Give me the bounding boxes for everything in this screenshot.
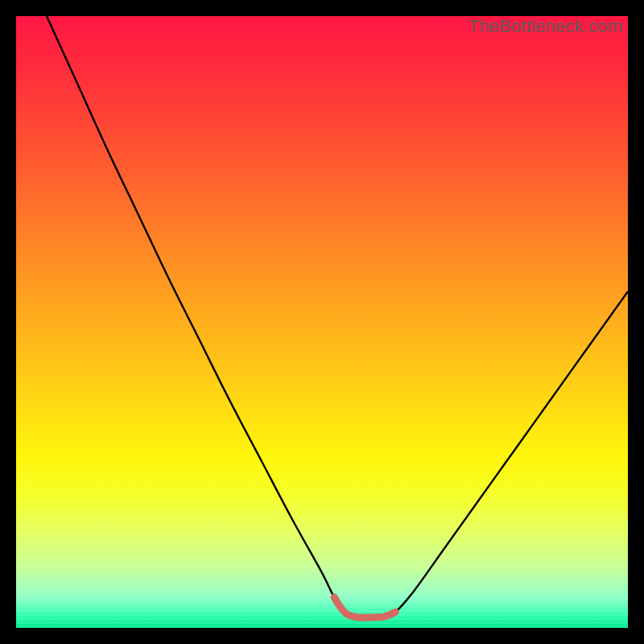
chart-plot-area: TheBottleneck.com [16, 16, 628, 628]
bottleneck-curve-path [47, 16, 628, 617]
chart-frame: TheBottleneck.com [0, 0, 644, 644]
optimal-range-highlight-path [334, 597, 395, 617]
curve-layer [16, 16, 628, 628]
